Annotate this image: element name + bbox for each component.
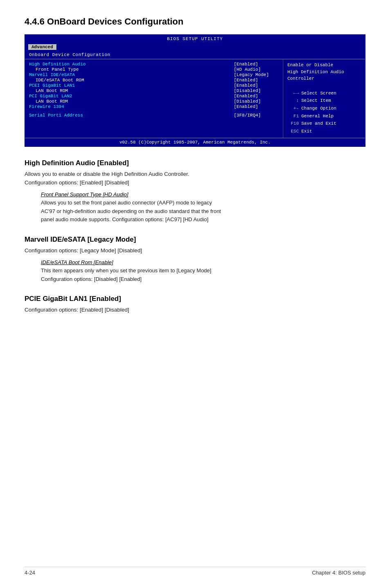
section-heading-marvell: Marvell IDE/eSATA [Legacy Mode] xyxy=(25,236,365,244)
footer-chapter: Chapter 4: BIOS setup xyxy=(312,570,365,576)
sub-body-front-panel: Allows you to set the front panel audio … xyxy=(41,199,365,224)
bios-label-lan-boot-rom2: LAN Boot ROM xyxy=(29,99,234,104)
bios-key-f1: F1 General Help xyxy=(287,112,361,120)
page-title: 4.4.6 OnBoard Devices Configuration xyxy=(25,16,365,27)
bios-footer: v02.58 (C)Copyright 1985-2007, American … xyxy=(25,138,365,146)
bios-key-select-screen: ←→ Select Screen xyxy=(287,90,361,97)
section-body-hd-audio: Allows you to enable or disable the High… xyxy=(25,170,365,187)
bios-content-area: High Definition Audio [Enabled] Front Pa… xyxy=(25,59,365,138)
bios-value-ide-boot: [Enabled] xyxy=(234,78,279,83)
bios-header: BIOS SETUP UTILITY xyxy=(25,35,365,42)
section-heading-pcie-lan1: PCIE GigaBit LAN1 [Enabled] xyxy=(25,295,365,303)
bios-left-panel: High Definition Audio [Enabled] Front Pa… xyxy=(25,59,283,138)
bios-label-hd-audio: High Definition Audio xyxy=(29,62,234,67)
bios-right-panel: Enable or DisableHigh Definition AudioCo… xyxy=(283,59,365,138)
bios-label-firewire: Firewire 1394 xyxy=(29,104,234,109)
bios-row-ide-boot: IDE/eSATA Boot ROM [Enabled] xyxy=(29,78,279,83)
bios-tabs: Advanced xyxy=(25,42,365,50)
bios-value-pci-lan2: [Enabled] xyxy=(234,94,279,99)
bios-row-hd-audio: High Definition Audio [Enabled] xyxy=(29,62,279,67)
section-body-marvell: Configuration options: [Legacy Mode] [Di… xyxy=(25,246,365,255)
bios-value-front-panel: [HD Audio] xyxy=(234,67,279,72)
subsection-front-panel: Front Panel Support Type [HD Audio] Allo… xyxy=(41,191,365,224)
section-heading-hd-audio: High Definition Audio [Enabled] xyxy=(25,159,365,167)
bios-row-serial: Serial Port1 Address [3F8/IRQ4] xyxy=(29,113,279,118)
bios-label-lan-boot-rom1: LAN Boot ROM xyxy=(29,88,234,93)
bios-key-f10: F10 Save and Exit xyxy=(287,120,361,128)
sub-title-ide-boot: IDE/eSATA Boot Rom [Enable] xyxy=(41,259,365,265)
bios-key-esc: ESC Exit xyxy=(287,128,361,135)
bios-row-firewire: Firewire 1394 [Enabled] xyxy=(29,104,279,109)
bios-help-text: Enable or DisableHigh Definition AudioCo… xyxy=(287,62,361,82)
arrow-lr-icon: ←→ xyxy=(287,90,299,97)
bios-row-marvell: Marvell IDE/eSATA [Legacy Mode] xyxy=(29,72,279,77)
bios-value-hd-audio: [Enabled] xyxy=(234,62,279,67)
bios-key-select-item: ↕ Select Item xyxy=(287,97,361,105)
bios-row-pci-lan2: PCI GigaBit LAN2 [Enabled] xyxy=(29,94,279,99)
f10-icon: F10 xyxy=(287,120,299,128)
sub-body-ide-boot: This item appears only when you set the … xyxy=(41,267,365,284)
bios-section-title: Onboard Device Configuration xyxy=(25,50,365,59)
bios-value-pcei-lan1: [Enabled] xyxy=(234,83,279,88)
sub-title-front-panel: Front Panel Support Type [HD Audio] xyxy=(41,191,365,197)
f1-icon: F1 xyxy=(287,112,299,120)
bios-label-pcei-lan1: PCEI GigaBit LAN1 xyxy=(29,83,234,88)
bios-tab-advanced[interactable]: Advanced xyxy=(28,44,56,50)
arrow-ud-icon: ↕ xyxy=(287,97,299,105)
bios-value-marvell: [Legacy Mode] xyxy=(234,72,279,77)
bios-value-lan-boot-rom1: [Disabled] xyxy=(234,88,279,93)
bios-key-legend: ←→ Select Screen ↕ Select Item +- Change… xyxy=(287,90,361,135)
esc-icon: ESC xyxy=(287,128,299,135)
bios-setup-box: BIOS SETUP UTILITY Advanced Onboard Devi… xyxy=(25,34,365,147)
bios-row-lan-boot-rom2: LAN Boot ROM [Disabled] xyxy=(29,99,279,104)
bios-key-change-option: +- Change Option xyxy=(287,105,361,112)
bios-value-lan-boot-rom2: [Disabled] xyxy=(234,99,279,104)
page-footer: 4-24 Chapter 4: BIOS setup xyxy=(25,567,365,576)
section-body-pcie-lan1: Configuration options: [Enabled] [Disabl… xyxy=(25,305,365,314)
bios-row-pcei-lan1: PCEI GigaBit LAN1 [Enabled] xyxy=(29,83,279,88)
plus-minus-icon: +- xyxy=(287,105,299,112)
bios-row-front-panel: Front Panel Type [HD Audio] xyxy=(29,67,279,72)
footer-page-number: 4-24 xyxy=(25,570,35,576)
bios-label-front-panel: Front Panel Type xyxy=(29,67,234,72)
bios-label-marvell: Marvell IDE/eSATA xyxy=(29,72,234,77)
bios-value-serial: [3F8/IRQ4] xyxy=(234,113,279,118)
bios-label-serial: Serial Port1 Address xyxy=(29,113,234,118)
bios-value-firewire: [Enabled] xyxy=(234,104,279,109)
bios-label-ide-boot: IDE/eSATA Boot ROM xyxy=(29,78,234,83)
bios-label-pci-lan2: PCI GigaBit LAN2 xyxy=(29,94,234,99)
bios-row-lan-boot-rom1: LAN Boot ROM [Disabled] xyxy=(29,88,279,93)
subsection-ide-boot: IDE/eSATA Boot Rom [Enable] This item ap… xyxy=(41,259,365,284)
